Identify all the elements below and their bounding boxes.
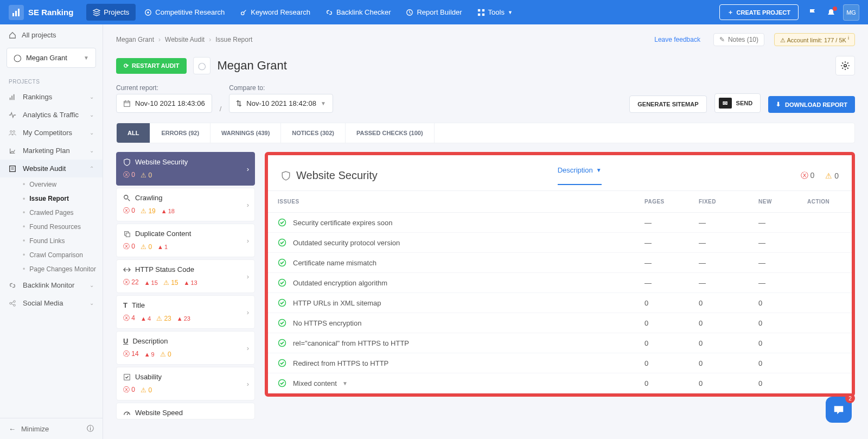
table-row[interactable]: Redirect from HTTPS to HTTP000 [268, 353, 852, 373]
cat-usability[interactable]: Usability ⓧ 0⚠ 0 › [116, 367, 255, 400]
sidebar-item-website-audit[interactable]: Website Audit⌃ [0, 160, 103, 177]
create-project-button[interactable]: ＋CREATE PROJECT [719, 4, 799, 20]
cat-duplicate[interactable]: Duplicate Content ⓧ 0⚠ 0▲ 1 › [116, 224, 255, 257]
download-report-button[interactable]: ⬇DOWNLOAD REPORT [768, 96, 855, 113]
brand[interactable]: SE Ranking [9, 5, 73, 20]
nav-report[interactable]: Report Builder [399, 4, 468, 21]
cat-description[interactable]: UDescription ⓧ 14▲ 9⚠ 0 › [116, 331, 255, 365]
warn-count: ⚠ 23 [156, 315, 171, 322]
leave-feedback-link[interactable]: Leave feedback [654, 36, 700, 43]
error-count: ⓧ 4 [123, 314, 135, 323]
nav-competitive[interactable]: Competitive Research [138, 4, 231, 21]
notes-button[interactable]: ✎Notes (10) [713, 33, 764, 46]
sub-issue-report[interactable]: Issue Report [18, 192, 103, 206]
sidebar-minimize[interactable]: ← Minimize ⓘ [0, 418, 103, 439]
col-pages: PAGES [635, 191, 689, 213]
table-row[interactable]: Certificate name mismatch——— [268, 253, 852, 273]
arrow-left-icon: ← [9, 425, 16, 433]
chevron-right-icon: › [247, 344, 249, 352]
tab-notices[interactable]: NOTICES (302) [281, 123, 346, 143]
sub-crawl-comparison[interactable]: Crawl Comparison [18, 248, 103, 262]
compare-date-select[interactable]: ⇅Nov-10 2021 18:42:08▼ [229, 94, 333, 113]
check-icon [123, 373, 131, 381]
nav-tools[interactable]: Tools ▼ [471, 4, 519, 21]
sidebar-item-analytics[interactable]: Analytics & Traffic⌄ [0, 106, 103, 124]
project-favicon: ◯ [193, 57, 210, 74]
sub-overview[interactable]: Overview [18, 177, 103, 192]
project-select[interactable]: ◯Megan Grant ▼ [7, 48, 96, 68]
breadcrumb-link[interactable]: Megan Grant [116, 36, 154, 43]
shield-icon [123, 158, 131, 166]
action-cell [797, 253, 852, 273]
sidebar-item-label: Rankings [23, 93, 52, 101]
nav-projects[interactable]: Projects [86, 4, 136, 21]
all-projects-label: All projects [22, 31, 56, 39]
current-report-date[interactable]: Nov-10 2021 18:43:06 [116, 94, 212, 113]
shield-icon [281, 171, 291, 181]
flag-icon[interactable] [808, 8, 817, 17]
table-row[interactable]: Outdated encryption algorithm——— [268, 273, 852, 293]
home-icon [9, 31, 16, 39]
sidebar-all-projects[interactable]: All projects [0, 24, 103, 46]
cat-title[interactable]: TTitle ⓧ 4▲ 4⚠ 23▲ 23 › [116, 295, 255, 329]
tab-passed[interactable]: PASSED CHECKS (100) [346, 123, 435, 143]
chat-widget[interactable]: 2 [826, 397, 852, 423]
svg-rect-2 [18, 9, 20, 16]
generate-sitemap-button[interactable]: GENERATE SITEMAP [629, 96, 706, 113]
tab-all[interactable]: ALL [117, 123, 150, 143]
nav-backlink[interactable]: Backlink Checker [319, 4, 397, 21]
svg-point-18 [14, 300, 16, 302]
settings-button[interactable] [835, 56, 855, 75]
sidebar-item-social[interactable]: Social Media⌄ [0, 294, 103, 312]
send-button[interactable]: ✉SEND [714, 93, 761, 113]
col-fixed: FIXED [689, 191, 749, 213]
sidebar-item-rankings[interactable]: Rankings⌄ [0, 88, 103, 106]
user-avatar[interactable]: MG [843, 4, 859, 21]
nav-keyword[interactable]: Keyword Research [233, 4, 317, 21]
cat-label: Description [132, 337, 168, 345]
sub-crawled-pages[interactable]: Crawled Pages [18, 206, 103, 220]
fixed-cell: 0 [689, 373, 749, 393]
table-row[interactable]: Outdated security protocol version——— [268, 233, 852, 253]
sidebar-item-backlink[interactable]: Backlink Monitor⌄ [0, 276, 103, 294]
ok-icon [278, 218, 288, 227]
tab-errors[interactable]: ERRORS (92) [150, 123, 210, 143]
brand-label: SE Ranking [28, 8, 73, 17]
cat-security[interactable]: Website Security ⓧ 0⚠ 0 › [116, 152, 255, 186]
svg-rect-11 [10, 97, 11, 99]
cat-label: Title [132, 301, 145, 309]
warn-count: ⚠ 0 [141, 386, 152, 394]
sub-found-resources[interactable]: Found Resources [18, 220, 103, 234]
description-tab[interactable]: Description▼ [558, 166, 602, 185]
nav-tools-label: Tools [488, 8, 505, 16]
cat-crawling[interactable]: Crawling ⓧ 0⚠ 19▲ 18 › [116, 188, 255, 221]
breadcrumb-link[interactable]: Website Audit [165, 36, 205, 43]
new-cell: 0 [749, 333, 797, 353]
chevron-down-icon: ▼ [508, 10, 513, 15]
sidebar-item-label: Backlink Monitor [23, 281, 74, 289]
account-limit-badge[interactable]: ⚠ Account limit: 177 / 5K i [774, 33, 855, 46]
col-action: ACTION [797, 191, 852, 213]
pages-cell: — [635, 213, 689, 233]
sidebar-item-marketing[interactable]: Marketing Plan⌄ [0, 142, 103, 160]
chevron-down-icon: ▼ [596, 167, 602, 173]
bell-icon[interactable] [827, 8, 835, 17]
cat-http[interactable]: HTTP Status Code ⓧ 22▲ 15⚠ 15▲ 13 › [116, 259, 255, 293]
sidebar-item-competitors[interactable]: My Competitors⌄ [0, 124, 103, 142]
sub-found-links[interactable]: Found Links [18, 234, 103, 248]
brand-logo-icon [9, 5, 24, 20]
delta-up: ▲ 1 [157, 244, 168, 250]
table-row[interactable]: No HTTPS encryption000 [268, 313, 852, 333]
pages-cell: — [635, 233, 689, 253]
gear-icon [840, 61, 850, 71]
table-row[interactable]: rel="canonical" from HTTPS to HTTP000 [268, 333, 852, 353]
help-icon[interactable]: ⓘ [87, 424, 94, 434]
table-row[interactable]: Mixed content ▼000 [268, 373, 852, 393]
tab-warnings[interactable]: WARNINGS (439) [210, 123, 281, 143]
cat-speed[interactable]: Website Speed [116, 403, 255, 419]
restart-audit-button[interactable]: ⟳RESTART AUDIT [116, 58, 187, 74]
svg-rect-1 [15, 11, 17, 16]
table-row[interactable]: Security certificate expires soon——— [268, 213, 852, 233]
table-row[interactable]: HTTP URLs in XML sitemap000 [268, 293, 852, 313]
sub-page-changes[interactable]: Page Changes Monitor [18, 262, 103, 276]
